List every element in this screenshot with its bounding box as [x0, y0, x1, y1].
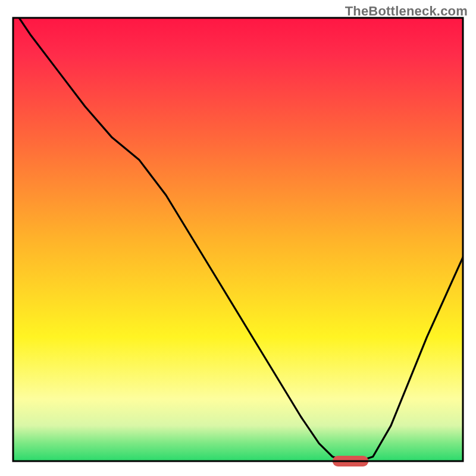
plot-area: [13, 9, 463, 466]
watermark-text: TheBottleneck.com: [345, 4, 468, 19]
bottleneck-chart: TheBottleneck.com: [0, 0, 476, 476]
plot-svg: [0, 0, 476, 476]
gradient-background: [13, 18, 463, 461]
